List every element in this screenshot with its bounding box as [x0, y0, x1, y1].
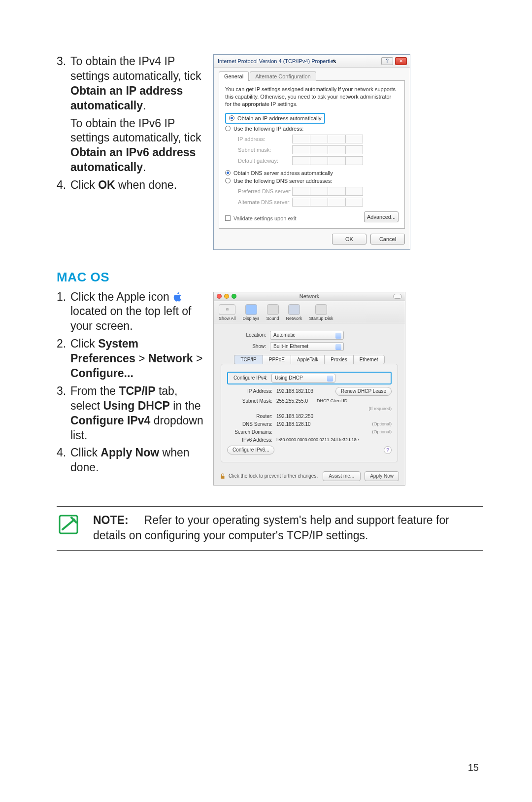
select-show[interactable]: Built-in Ethernet — [270, 342, 344, 351]
step-number: 4. — [57, 178, 70, 193]
note-text: Refer to your operating system's help an… — [93, 514, 449, 542]
step3-bold2: Obtain an IPv6 address automatically — [70, 146, 196, 174]
help-icon[interactable]: ? — [384, 446, 392, 454]
mac-step1-a: Click the Apple icon — [70, 290, 172, 303]
tab-appletalk[interactable]: AppleTalk — [291, 355, 324, 364]
toolbar-toggle-icon[interactable] — [393, 294, 402, 299]
macos-heading: MAC OS — [57, 270, 483, 285]
toolbar-showall-label: Show All — [219, 316, 236, 321]
mac-step1-b: located on the top left of your screen. — [70, 305, 192, 332]
radio-use-following-dns[interactable] — [225, 178, 231, 183]
macos-steps: 1. Click the Apple icon located on the t… — [57, 290, 204, 476]
value-ip-address: 192.168.182.103 — [276, 388, 313, 394]
label-default-gateway: Default gateway: — [238, 158, 292, 164]
lock-text: Click the lock to prevent further change… — [229, 473, 318, 479]
radio-obtain-ip-auto[interactable] — [229, 115, 234, 121]
input-preferred-dns[interactable] — [292, 187, 363, 196]
tab-pppoe[interactable]: PPPoE — [263, 355, 291, 364]
tab-alternate-config[interactable]: Alternate Configuration — [250, 71, 316, 81]
configure-ipv6-button[interactable]: Configure IPv6... — [227, 446, 274, 454]
mac-step2-f: Configure... — [70, 367, 133, 380]
tab-general[interactable]: General — [219, 71, 249, 81]
checkbox-validate-settings[interactable] — [225, 215, 231, 221]
mac-titlebar: Network — [214, 292, 405, 301]
lock-icon[interactable] — [220, 473, 226, 480]
radio-use-following-dns-label: Use the following DNS server addresses: — [233, 178, 332, 184]
tab-proxies[interactable]: Proxies — [324, 355, 353, 364]
radio-obtain-dns-auto-label: Obtain DNS server address automatically — [233, 170, 333, 176]
dialog-titlebar: Internet Protocol Version 4 (TCP/IPv4) P… — [214, 55, 410, 68]
step-number: 4. — [57, 446, 70, 475]
mac-tabs: TCP/IP PPPoE AppleTalk Proxies Ethernet — [221, 355, 398, 364]
help-button[interactable]: ? — [381, 57, 393, 65]
step3-part2c: . — [143, 161, 146, 174]
mac-step2-c: > — [135, 352, 148, 365]
toolbar-network[interactable]: Network — [286, 304, 302, 321]
mac-step2-e: > — [193, 352, 203, 365]
mac-step2-a: Click — [70, 337, 98, 350]
toolbar-startup[interactable]: Startup Disk — [309, 304, 333, 321]
highlight-obtain-ip: Obtain an IP address automatically — [225, 113, 325, 124]
label-configure-ipv4: Configure IPv4: — [229, 375, 271, 381]
select-configure-ipv4[interactable]: Using DHCP — [271, 374, 335, 383]
apply-now-button[interactable]: Apply Now — [365, 473, 399, 479]
step3-part2: To obtain the IPv6 IP settings automatic… — [70, 117, 201, 144]
select-location[interactable]: Automatic — [270, 331, 344, 340]
toolbar-sound[interactable]: Sound — [266, 304, 279, 321]
label-ip-address: IP address: — [238, 136, 292, 142]
step4-c: when done. — [115, 178, 177, 191]
radio-obtain-dns-auto[interactable] — [225, 170, 231, 175]
note-block: NOTE: Refer to your operating system's h… — [57, 506, 483, 551]
toolbar-displays-label: Displays — [243, 316, 260, 321]
step3-bold1: Obtain an IP address automatically — [70, 84, 183, 112]
note-label: NOTE: — [93, 514, 129, 526]
apple-icon — [172, 291, 183, 302]
input-subnet-mask[interactable] — [292, 145, 363, 154]
mac-step2-d: Network — [148, 352, 193, 365]
radio-use-following-ip[interactable] — [225, 126, 231, 131]
hint-optional-2: (Optional) — [372, 429, 392, 434]
step-number: 3. — [57, 54, 70, 175]
close-button[interactable]: ✕ — [395, 57, 407, 65]
toolbar-startup-label: Startup Disk — [309, 316, 333, 321]
cancel-button[interactable]: Cancel — [370, 234, 405, 244]
mac-step3-e: in the — [170, 399, 201, 412]
ok-button[interactable]: OK — [332, 234, 366, 244]
mac-network-window: Network ⎚Show All Displays Sound Network… — [213, 292, 405, 486]
dialog-description: You can get IP settings assigned automat… — [225, 86, 399, 108]
assist-me-button[interactable]: Assist me... — [323, 471, 361, 481]
value-router: 192.168.182.250 — [276, 414, 313, 419]
step4-a: Click — [70, 178, 98, 191]
select-location-value: Automatic — [273, 332, 295, 338]
windows-ipv4-dialog: Internet Protocol Version 4 (TCP/IPv4) P… — [213, 54, 410, 250]
highlight-configure-ipv4: Configure IPv4: Using DHCP — [227, 372, 392, 384]
renew-dhcp-button[interactable]: Renew DHCP Lease — [335, 387, 392, 396]
mac-step4-b: Apply Now — [100, 446, 159, 459]
mac-step4-a: Cllick — [70, 446, 100, 459]
checkbox-validate-settings-label: Validate settings upon exit — [233, 215, 297, 221]
step3-part1: To obtain the IPv4 IP settings automatic… — [70, 55, 201, 82]
tab-tcpip[interactable]: TCP/IP — [234, 355, 262, 364]
cursor-icon: ↖ — [332, 58, 337, 65]
label-show: Show: — [221, 344, 270, 349]
windows-steps: 3. To obtain the IPv4 IP settings automa… — [57, 54, 204, 193]
tab-ethernet[interactable]: Ethernet — [353, 355, 385, 364]
input-default-gateway[interactable] — [292, 156, 363, 165]
toolbar-showall[interactable]: ⎚Show All — [219, 304, 236, 321]
select-show-value: Built-in Ethernet — [273, 344, 308, 349]
mac-toolbar: ⎚Show All Displays Sound Network Startup… — [214, 301, 405, 323]
radio-obtain-ip-auto-label: Obtain an IP address automatically — [237, 115, 321, 121]
select-configure-ipv4-value: Using DHCP — [275, 375, 303, 381]
input-ip-address[interactable] — [292, 135, 363, 143]
advanced-button[interactable]: Advanced... — [364, 211, 399, 222]
label-search-domains: Search Domains: — [227, 429, 276, 435]
page-number: 15 — [468, 762, 479, 773]
toolbar-network-label: Network — [286, 316, 302, 321]
toolbar-sound-label: Sound — [266, 316, 279, 321]
toolbar-displays[interactable]: Displays — [243, 304, 260, 321]
label-preferred-dns: Preferred DNS server: — [238, 188, 292, 194]
value-ipv6-address: fe80:0000:0000:0000:0211:24ff:fe32:b18e — [276, 437, 359, 442]
note-icon — [57, 513, 80, 536]
mac-step3-f: Configure IPv4 — [70, 414, 150, 427]
input-alternate-dns[interactable] — [292, 198, 363, 207]
